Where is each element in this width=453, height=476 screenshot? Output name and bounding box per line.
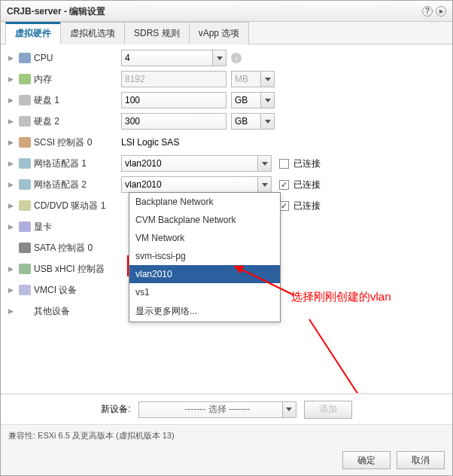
- dialog-footer: 确定 取消: [1, 445, 452, 475]
- nic1-connected-label: 已连接: [293, 157, 321, 170]
- memory-unit-select[interactable]: MB: [231, 71, 275, 87]
- cpu-label: CPU: [34, 53, 53, 63]
- hdd2-label: 硬盘 2: [34, 115, 59, 128]
- expand-toggle[interactable]: ▶: [8, 223, 16, 230]
- row-scsi: ▶SCSI 控制器 0 LSI Logic SAS: [1, 132, 452, 153]
- new-device-select[interactable]: ------- 选择 -------: [138, 401, 296, 418]
- expand-toggle[interactable]: ▶: [8, 75, 16, 83]
- info-icon[interactable]: i: [231, 53, 242, 63]
- hdd1-label: 硬盘 1: [34, 94, 59, 107]
- nic-icon: [19, 158, 31, 169]
- usb-label: USB xHCI 控制器: [34, 263, 105, 276]
- dropdown-option[interactable]: Backplane Network: [129, 193, 280, 211]
- cd-label: CD/DVD 驱动器 1: [34, 200, 105, 212]
- tab-vm-options[interactable]: 虚拟机选项: [60, 22, 125, 44]
- nic1-network-select[interactable]: vlan2010: [121, 155, 272, 172]
- row-cpu: ▶CPU 4 i: [1, 47, 452, 69]
- cancel-button[interactable]: 取消: [397, 451, 445, 469]
- help-icon[interactable]: ?: [422, 6, 433, 17]
- hdd1-size-input[interactable]: 100: [121, 92, 226, 108]
- compatibility-text: 兼容性: ESXi 6.5 及更高版本 (虚拟机版本 13): [1, 424, 452, 445]
- disk-icon: [19, 116, 31, 127]
- expand-toggle[interactable]: ▶: [8, 139, 16, 146]
- tab-bar: 虚拟硬件 虚拟机选项 SDRS 规则 vApp 选项: [1, 22, 452, 44]
- nic2-network-select[interactable]: vlan2010: [121, 176, 272, 193]
- gpu-icon: [19, 221, 31, 232]
- tab-vapp-options[interactable]: vApp 选项: [189, 22, 250, 44]
- cpu-select[interactable]: 4: [121, 50, 226, 66]
- annotation-arrow-ok: [302, 316, 377, 394]
- new-device-bar: 新设备: ------- 选择 ------- 添加: [1, 394, 452, 424]
- nic2-connected-checkbox[interactable]: [279, 180, 289, 190]
- expand-toggle[interactable]: ▶: [8, 54, 16, 62]
- nic2-connected-label: 已连接: [293, 178, 321, 191]
- expand-toggle[interactable]: ▶: [8, 286, 16, 294]
- other-label: 其他设备: [34, 305, 70, 318]
- svg-line-1: [309, 319, 366, 394]
- nic1-label: 网络适配器 1: [34, 157, 87, 170]
- expand-toggle[interactable]: ▶: [8, 265, 16, 273]
- row-nic1: ▶网络适配器 1 vlan2010 已连接: [1, 153, 452, 174]
- expand-toggle[interactable]: ▶: [8, 307, 16, 315]
- hdd2-unit-select[interactable]: GB: [231, 113, 275, 130]
- expand-icon[interactable]: ▸: [436, 6, 446, 17]
- tab-sdrs-rules[interactable]: SDRS 规则: [124, 22, 190, 44]
- dropdown-option[interactable]: VM Network: [129, 229, 280, 247]
- expand-toggle[interactable]: ▶: [8, 181, 16, 188]
- disk-icon: [19, 95, 31, 105]
- hdd1-unit-select[interactable]: GB: [231, 92, 275, 108]
- expand-toggle[interactable]: ▶: [8, 160, 16, 167]
- usb-icon: [19, 264, 31, 274]
- sata-icon: [19, 243, 31, 253]
- hdd2-size-input[interactable]: 300: [121, 113, 226, 130]
- add-device-button[interactable]: 添加: [304, 401, 352, 419]
- tab-virtual-hardware[interactable]: 虚拟硬件: [5, 22, 61, 44]
- dropdown-option[interactable]: svm-iscsi-pg: [129, 247, 280, 265]
- nic2-label: 网络适配器 2: [34, 178, 87, 191]
- dropdown-option[interactable]: 显示更多网络...: [129, 301, 280, 322]
- row-hdd1: ▶硬盘 1 100 GB: [1, 90, 452, 111]
- memory-icon: [19, 74, 31, 84]
- cpu-icon: [19, 53, 31, 63]
- cd-connected-label: 已连接: [293, 200, 321, 212]
- nic-icon: [19, 179, 31, 190]
- dropdown-option[interactable]: CVM Backplane Network: [129, 211, 280, 229]
- ok-button[interactable]: 确定: [342, 451, 391, 469]
- expand-toggle[interactable]: ▶: [8, 202, 16, 209]
- scsi-icon: [19, 137, 31, 148]
- sata-label: SATA 控制器 0: [34, 242, 93, 255]
- memory-label: 内存: [34, 73, 52, 86]
- row-hdd2: ▶硬盘 2 300 GB: [1, 111, 452, 132]
- dialog-title: CRJB-server - 编辑设置: [7, 1, 105, 22]
- memory-input[interactable]: 8192: [121, 71, 226, 87]
- gpu-label: 显卡: [34, 221, 52, 233]
- expand-toggle[interactable]: ▶: [8, 117, 16, 125]
- annotation-text: 选择刚刚创建的vlan: [291, 290, 391, 304]
- cd-icon: [19, 200, 31, 211]
- vmci-label: VMCI 设备: [34, 284, 77, 297]
- scsi-value: LSI Logic SAS: [121, 137, 179, 148]
- scsi-label: SCSI 控制器 0: [34, 136, 92, 149]
- expand-toggle[interactable]: ▶: [8, 96, 16, 104]
- row-memory: ▶内存 8192 MB: [1, 69, 452, 90]
- vmci-icon: [19, 285, 31, 295]
- new-device-label: 新设备:: [101, 403, 130, 416]
- dropdown-option-selected[interactable]: vlan2010: [129, 265, 280, 283]
- dropdown-option[interactable]: vs1: [129, 283, 280, 301]
- nic1-connected-checkbox[interactable]: [279, 159, 289, 169]
- dialog-titlebar: CRJB-server - 编辑设置 ? ▸: [1, 1, 452, 22]
- network-dropdown: Backplane Network CVM Backplane Network …: [129, 192, 281, 322]
- other-icon: [19, 306, 31, 316]
